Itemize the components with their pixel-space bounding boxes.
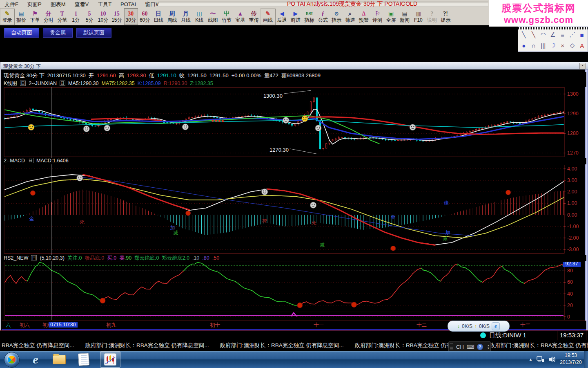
toolbar-min10[interactable]: 1010分 [96, 8, 110, 25]
toolbar-bamboo[interactable]: 屮竹节 [220, 8, 233, 25]
toolbar-min30[interactable]: 3030分 [124, 8, 138, 25]
language-bar-grip[interactable] [450, 343, 453, 350]
menu-4[interactable]: 工具T [93, 0, 116, 8]
retransmit-label: 重传 [249, 18, 259, 23]
toolbar-fullscreen[interactable]: ▣全屏 [384, 8, 398, 25]
axis-date-label: 初十 [210, 322, 220, 329]
toolbar-monthly[interactable]: 月月线 [179, 8, 192, 25]
filter-icon: ⌕ [349, 10, 352, 18]
toolbar-f10[interactable]: ▥F10 [412, 8, 425, 25]
toolbar-news[interactable]: ▤新闻 [398, 8, 411, 25]
fan-lines-tool-icon[interactable]: ∠ [548, 30, 558, 40]
period-icon[interactable]: 日 [28, 158, 33, 163]
toolbar-quote[interactable]: ▤报价 [14, 8, 28, 25]
menu-1[interactable]: 页面P [23, 0, 46, 8]
toolbar-min5[interactable]: 55分 [82, 8, 96, 25]
toolbar-login[interactable]: ✎登录 [0, 8, 14, 25]
taskbar-explorer-button[interactable] [49, 351, 69, 368]
crescent-tool-icon[interactable]: ☽ [548, 40, 558, 50]
signal-label: 金 [29, 216, 34, 222]
taskbar-clock[interactable]: 19:53 2013/7/20 [558, 352, 584, 366]
net-speed-widget[interactable]: ↓ 0K/S ↑ 0K/S e [448, 321, 510, 332]
taskbar-notepad-button[interactable] [74, 351, 94, 368]
rectangle-tool-icon[interactable]: ■ [577, 30, 587, 40]
text-segment: 低 [149, 72, 154, 79]
toolbar-tips[interactable]: ?!提示 [439, 8, 452, 25]
toolbar-kline[interactable]: ◫K线 [192, 8, 206, 25]
text-segment: 收 [179, 72, 185, 79]
language-indicator[interactable]: CH [456, 344, 464, 350]
toolbar-filter[interactable]: ⌕筛选 [343, 8, 357, 25]
toolbar-manual[interactable]: ?说明 [425, 8, 439, 25]
toolbar-indicator[interactable]: RSI指标 [303, 8, 316, 25]
kline-icon: ◫ [197, 10, 202, 18]
tray-expand-icon[interactable]: ▲ [529, 357, 532, 361]
language-bar-minimize-icon[interactable]: ▴▾ [488, 344, 489, 350]
toolbar-linechart[interactable]: 〜线图 [206, 8, 220, 25]
arc-tool-icon[interactable]: ◠ [538, 30, 548, 40]
toolbar-forward[interactable]: ▶前进 [289, 8, 302, 25]
text-segment: K:1285.09 [138, 81, 161, 86]
toolbar-back[interactable]: ◀后退 [275, 8, 289, 25]
menu-3[interactable]: 查看V [70, 0, 93, 8]
cross-lines-tool-icon[interactable]: × [558, 40, 568, 50]
chart-window: 现货黄金 30分 下 ▪ 现货黄金 30分 下20130715 10:30开12… [0, 62, 588, 330]
menu-2[interactable]: 图表M [46, 0, 70, 8]
toolbar-formula[interactable]: ƒ公式 [316, 8, 330, 25]
text-segment: MACD:1.6406 [36, 158, 69, 164]
taskbar: e ▲ 19:53 2013/7/20 [0, 351, 588, 368]
toolbar-order[interactable]: ⚑下单 [28, 8, 42, 25]
period-icon[interactable]: 日 [60, 81, 65, 86]
window-control-button[interactable]: ▪ [579, 63, 586, 69]
eraser-tool-icon[interactable]: ◇ [568, 40, 577, 50]
toolbar-weekly[interactable]: 周周线 [165, 8, 179, 25]
ie-browser-icon[interactable]: e [492, 322, 500, 330]
keyboard-icon[interactable]: ⌨ [467, 344, 474, 350]
taskbar-stock-app-button[interactable] [100, 351, 120, 368]
toolbar-pagoda[interactable]: ▲宝塔 [234, 8, 247, 25]
show-desktop-button[interactable] [584, 351, 588, 368]
ellipse-tool-icon[interactable]: ● [519, 40, 529, 50]
arch-tool-icon[interactable]: ∩ [529, 40, 539, 50]
toolbar-evaluate[interactable]: ⚐评测 [371, 8, 384, 25]
chart-window-titlebar[interactable]: 现货黄金 30分 下 ▪ [1, 62, 588, 70]
kline-chart[interactable]: 13001290128012701300.301270.30 [2, 87, 588, 159]
text-tool-icon[interactable]: A [577, 40, 587, 50]
period-icon[interactable]: 日 [31, 255, 37, 260]
page-tab-1[interactable]: 贵金属 [43, 28, 73, 38]
toolbar-tick[interactable]: T分笔 [56, 8, 69, 25]
line-tool-icon[interactable]: ╲ [519, 30, 529, 40]
toolbar-retransmit[interactable]: 传重传 [247, 8, 261, 25]
network-icon[interactable] [537, 356, 545, 363]
vertical-lines-tool-icon[interactable]: ||| [538, 40, 548, 50]
svg-text:1280: 1280 [567, 130, 579, 136]
text-segment: 1291.50 [209, 72, 229, 79]
toolbar-min1[interactable]: 11分 [69, 8, 82, 25]
forward-label: 前进 [291, 18, 301, 23]
ray-tool-icon[interactable]: ╲ [529, 30, 539, 40]
macd-chart[interactable]: 4.003.002.001.000.00-1.00-2.00-3.00金死加减死… [2, 165, 588, 255]
menu-0[interactable]: 文件F [0, 0, 23, 8]
parallel-lines-tool-icon[interactable]: ≡ [558, 30, 568, 40]
period-icon[interactable]: 日 [20, 81, 26, 86]
status-separator [478, 332, 478, 339]
min5-label: 5分 [86, 18, 94, 23]
rs2-chart[interactable]: 80604020092.37 [2, 262, 588, 322]
taskbar-ie-button[interactable]: e [25, 351, 46, 368]
toolbar-min15[interactable]: 1515分 [110, 8, 123, 25]
toolbar-intraday[interactable]: 分分时 [42, 8, 55, 25]
toolbar-drawline[interactable]: ✎画线 [261, 8, 275, 25]
speed-lines-tool-icon[interactable]: ⋰ [568, 30, 577, 40]
toolbar-min60[interactable]: 6060分 [138, 8, 151, 25]
toolbar-alert[interactable]: Δ预警 [357, 8, 370, 25]
news-ticker[interactable]: RBA完全独立 仍有降息空间... 政府部门:澳洲财长：RBA完全独立 仍有降息… [0, 340, 588, 351]
menu-5[interactable]: POTAI [116, 0, 140, 7]
toolbar-signal[interactable]: ⊙指示 [330, 8, 343, 25]
start-button[interactable] [4, 352, 20, 368]
volume-icon[interactable] [549, 356, 556, 363]
toolbar-daily[interactable]: 日日线 [151, 8, 165, 25]
text-segment: 开 [89, 72, 94, 79]
help-icon[interactable]: ? [477, 344, 483, 350]
page-tab-0[interactable]: 自动页面 [4, 28, 39, 38]
page-tab-2[interactable]: 默认页面 [76, 28, 111, 38]
